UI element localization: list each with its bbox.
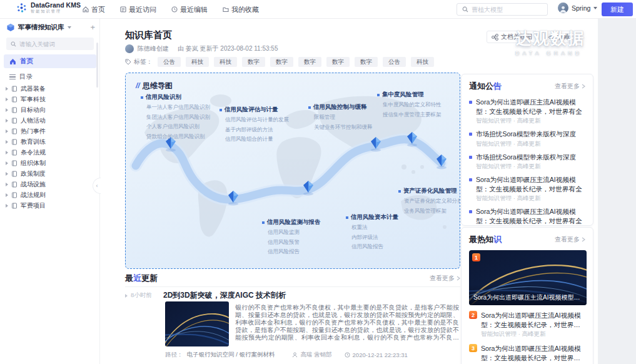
favorite-button[interactable]: 收藏 (543, 31, 575, 43)
notice-item[interactable]: 市场担忧Sora模型带来版权与深度智能知识管理 · 高峰更新 (469, 129, 585, 148)
eye-icon (548, 34, 555, 41)
article-footer: 路径： 电子银行知识空间 / 银行案例材料 高瑞 营销部 2020-12-21 … (165, 351, 408, 359)
sidebar-item-hot-events[interactable]: 热门事件 (6, 126, 96, 136)
nav-recent-visits[interactable]: 最近访问 (120, 5, 156, 14)
sidebar-item-home[interactable]: 首页 (4, 54, 96, 68)
chevron-right-icon (6, 119, 8, 123)
book-icon (11, 149, 18, 156)
nav-home[interactable]: 首页 (83, 5, 105, 14)
menu-lines-icon (9, 73, 16, 81)
sidebar-scrollbar[interactable] (96, 43, 98, 88)
nav-recent-edits-label: 最近编辑 (180, 5, 208, 14)
nav-recent-edits[interactable]: 最近编辑 (171, 5, 208, 14)
book-icon (11, 107, 18, 113)
sidebar-item-military-budget[interactable]: 军费项目 (6, 200, 96, 211)
person-icon (292, 352, 298, 358)
tag-chip[interactable]: 科技 (214, 57, 237, 67)
sidebar-search-input[interactable] (19, 41, 82, 48)
mindmap-title: //思维导图 (136, 81, 173, 91)
tag-chip[interactable]: 科技 (411, 57, 434, 67)
user-menu[interactable]: Spring (558, 3, 597, 13)
notices-more-link[interactable]: 查看更多 (555, 82, 585, 91)
recent-more-link[interactable]: 查看更多 (430, 274, 460, 283)
tag-chip[interactable]: 数字 (270, 57, 293, 67)
main-content: 知识库首页 陈德峰创建 由 姜岚 更新于 2023-08-02 11:53:55… (100, 19, 598, 364)
bullet-icon (469, 101, 472, 104)
mindmap-node-capital-measurement[interactable]: 信用风险资本计量 权重法 内部评级法 信用风险报告 (346, 213, 398, 251)
article-excerpt: 银行的不良资产也常称为不良债权，其中最主要的是不良贷款，是指客户不能按期、按量归… (235, 304, 459, 341)
new-button[interactable]: 新建 (602, 3, 633, 16)
mindmap-node-securitization-risk[interactable]: 资产证券化风险管理 资产证券化的定义和分类 业务风险管理框架 (398, 187, 460, 215)
article-path[interactable]: 电子银行知识空间 / 银行案例材料 (187, 351, 275, 359)
hot-item[interactable]: 3Sora为何出道即碾压主流AI视频模型：文生视频最长纪录，对世界有全智能知识管… (469, 344, 585, 364)
chevron-right-icon (6, 193, 8, 197)
sidebar-item-military-tech[interactable]: 军事科技 (6, 94, 96, 104)
hot-more-link[interactable]: 查看更多 (555, 235, 585, 244)
tag-icon (125, 59, 131, 65)
hot-item[interactable]: 2Sora为何出道即碾压主流AI视频模型：文生视频最长纪录，对世界有全智能知识管… (469, 311, 585, 338)
brand-logo[interactable]: DataGrand KMS 智能知识管理 (16, 2, 81, 14)
sidebar-item-people-activities[interactable]: 人物活动 (6, 115, 96, 126)
node-bullet (141, 96, 143, 99)
nav-recent-visits-label: 最近访问 (129, 5, 156, 14)
sidebar-item-policy[interactable]: 政策制度 (6, 168, 96, 179)
home-icon (83, 6, 89, 13)
notice-item[interactable]: Sora为何出道即碾压主流AI视频模型：文生视频最长纪录，对世界有全智能知识管理… (469, 175, 585, 203)
global-search[interactable] (457, 3, 548, 16)
sidebar-item-regulations[interactable]: 条令法规 (6, 147, 96, 158)
rank-badge: 2 (469, 311, 477, 319)
sidebar-item-weapons[interactable]: 武器装备 (6, 83, 96, 94)
chevron-right-icon (582, 237, 585, 242)
mindmap-node-concentration-risk[interactable]: 集中度风险管理 集中度风险的定义和特性 授信集中度管理主要框架 (377, 91, 442, 118)
mindmap-card[interactable]: //思维导图 信用风险识别 单一法人客户信用风险识别 集团法人客户信用风险识别 … (125, 73, 460, 269)
search-icon (462, 6, 468, 13)
mindmap-node-risk-control[interactable]: 信用风险控制与缓释 限额管理 关键业务环节控制和缓释 (308, 103, 373, 131)
sidebar-item-battlefield-facilities[interactable]: 战场设施 (6, 179, 96, 190)
sidebar-directory-label: 目录 (19, 73, 33, 81)
sidebar-item-education-training[interactable]: 教育训练 (6, 136, 96, 147)
knowledge-base-icon (6, 23, 15, 32)
page-title: 知识库首页 (125, 29, 172, 41)
sidebar: 军事情报知识库 + 首页 目录 武器装备 军事科技 目标动向 人物活动 热门事件… (0, 19, 100, 364)
mindmap-node-credit-risk-identification[interactable]: 信用风险识别 单一法人客户信用风险识别 集团法人客户信用风险识别 个人客户信用风… (141, 93, 210, 140)
book-icon (11, 192, 18, 198)
doc-relation-graph-button[interactable]: 文档关联图 (487, 31, 537, 43)
nav-favorites[interactable]: 我的收藏 (223, 5, 259, 14)
mindmap-node-risk-assessment[interactable]: 信用风险评估与计量 信用风险评估与计量的发展 基于内部评级的方法 信用风险组合的… (220, 106, 289, 143)
notice-item[interactable]: 市场担忧Sora模型带来版权与深度智能知识管理 · 高峰更新 (469, 153, 585, 171)
tag-chip[interactable]: 数字 (242, 57, 265, 67)
notice-item[interactable]: Sora为何出道即碾压主流AI视频模型：文生视频最长纪录，对世界有全智能知识管理… (469, 98, 585, 125)
datagrand-logo-icon (16, 3, 27, 13)
article-title[interactable]: 2D到3D新突破，深度AIGC 技术剖析 (163, 290, 286, 301)
brand-subtitle: 智能知识管理 (31, 9, 81, 14)
article-thumbnail[interactable] (165, 301, 229, 346)
tag-chip[interactable]: 公告 (158, 57, 181, 67)
book-icon (11, 171, 18, 177)
search-input[interactable] (472, 6, 540, 13)
sidebar-search[interactable] (6, 38, 94, 50)
chevron-right-icon (457, 276, 460, 281)
tag-chip[interactable]: 科技 (186, 57, 209, 67)
add-knowledge-base-button[interactable]: + (90, 24, 95, 31)
article-thumbnail-graphic (165, 301, 229, 346)
top-nav: 首页 最近访问 最近编辑 我的收藏 (83, 0, 259, 19)
tag-chip[interactable]: 数字 (326, 57, 350, 67)
recent-article-header: 8小时前 2D到3D新突破，深度AIGC 技术剖析 (125, 290, 286, 301)
tag-chip[interactable]: 公告 (383, 57, 406, 67)
rank-badge: 1 (472, 253, 480, 261)
sidebar-item-tactics-rules[interactable]: 战法规则 (6, 190, 96, 200)
workspace-switcher[interactable]: 军事情报知识库 + (6, 23, 95, 32)
mindmap-node-monitoring-reporting[interactable]: 信用风险监测与报告 信用风险监测 信用风险预警 信用风险报告 (262, 218, 321, 256)
sidebar-item-target-trends[interactable]: 目标动向 (6, 104, 96, 115)
chevron-right-icon (6, 87, 8, 91)
tags-label: 标签： (125, 58, 153, 66)
home-icon (9, 58, 16, 65)
notice-item[interactable]: Sora为何出道即碾压主流AI视频模型：文生视频最长纪录，对世界有全智能知识管理… (469, 207, 585, 226)
article-author: 高瑞 营销部 (292, 351, 331, 359)
sidebar-item-organization[interactable]: 组织体制 (6, 158, 96, 168)
hot-featured-article[interactable]: 1 Sora为何出道即碾压主流AI视频模型：文生视频最… (469, 250, 587, 305)
tag-chip[interactable]: 数字 (355, 57, 378, 67)
search-icon (11, 41, 16, 47)
tag-chip[interactable]: 数字 (298, 57, 321, 67)
hot-title: 最热知识 (469, 234, 502, 245)
